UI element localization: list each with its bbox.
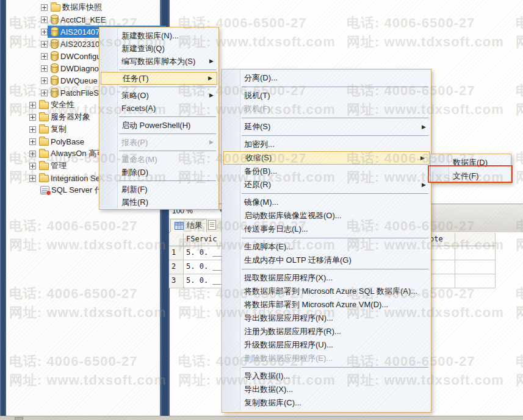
tree-item-database[interactable]: AIS2023102 bbox=[41, 38, 106, 50]
menu-item-tasks[interactable]: 任务(T)▶ bbox=[101, 72, 217, 85]
menu-item-mirror[interactable]: 镜像(M)... bbox=[223, 196, 430, 209]
expand-icon[interactable] bbox=[29, 163, 36, 169]
watermark-phone: 电话: 4006-6500-27 bbox=[516, 284, 523, 303]
menu-item-delete[interactable]: 删除(D) bbox=[100, 166, 218, 179]
expand-icon[interactable] bbox=[29, 114, 36, 121]
menu-item-rename[interactable]: 重命名(M) bbox=[100, 153, 218, 166]
tree-item-integration-services[interactable]: Integration Ser bbox=[29, 172, 104, 184]
watermark-phone: 电话: 4006-6500-27 bbox=[516, 81, 523, 100]
menu-item-generate-scripts[interactable]: 生成脚本(E)... bbox=[223, 240, 430, 254]
tree-item-replication[interactable]: 复制 bbox=[29, 123, 68, 135]
grid-column-header[interactable] bbox=[455, 233, 496, 246]
folder-icon bbox=[39, 126, 49, 133]
expand-icon[interactable] bbox=[41, 41, 48, 48]
menu-item-stretch[interactable]: 延伸(S)▶ bbox=[223, 120, 430, 133]
menu-separator bbox=[119, 151, 216, 151]
grid-cell[interactable]: 5. 0. __. bbox=[184, 246, 226, 260]
menu-item-shrink[interactable]: 收缩(S)▶ bbox=[223, 151, 430, 165]
database-icon bbox=[51, 88, 59, 98]
expand-icon[interactable] bbox=[41, 65, 48, 72]
menu-separator bbox=[242, 193, 428, 194]
expand-icon[interactable] bbox=[29, 138, 36, 145]
ssms-window: 数据库快照 AcctCtl_KEE AIS2014072 AIS2023102 … bbox=[0, 0, 523, 420]
grid-cell[interactable] bbox=[455, 274, 496, 288]
folder-icon bbox=[39, 163, 49, 170]
menu-item-detach[interactable]: 分离(D)... bbox=[223, 71, 430, 85]
menu-item-export-dac[interactable]: 导出数据层应用程序(N)... bbox=[223, 311, 430, 325]
watermark-phone: 电话: 4006-6500-27 bbox=[516, 149, 523, 168]
menu-separator bbox=[242, 367, 428, 368]
menu-item-restore[interactable]: 还原(R)▶ bbox=[223, 178, 430, 191]
expand-icon[interactable] bbox=[29, 151, 36, 157]
tree-item-polybase[interactable]: PolyBase bbox=[29, 135, 86, 148]
tree-item-server-objects[interactable]: 服务器对象 bbox=[29, 111, 92, 123]
submenu-tasks: 分离(D)... 脱机(T) 联机(F) 延伸(S)▶ 加密列... 收缩(S)… bbox=[222, 69, 431, 413]
tree-item-database[interactable]: PatchFileSer bbox=[41, 87, 107, 99]
menu-item-encrypt-columns[interactable]: 加密列... bbox=[223, 138, 430, 151]
grid-cell[interactable]: 5. 0. __. bbox=[184, 260, 226, 274]
expand-icon[interactable] bbox=[41, 53, 48, 60]
menu-item-export-data[interactable]: 导出数据(X)... bbox=[223, 383, 430, 396]
menu-item-ship-transaction-logs[interactable]: 传送事务日志(L)... bbox=[223, 222, 430, 236]
tree-item-db-snapshots[interactable]: 数据库快照 bbox=[41, 1, 104, 13]
menu-item-new-query[interactable]: 新建查询(Q) bbox=[100, 42, 218, 55]
menu-item-script-database-as[interactable]: 编写数据库脚本为(S)▶ bbox=[100, 55, 218, 68]
menu-item-launch-mirroring-monitor[interactable]: 启动数据库镜像监视器(O)... bbox=[223, 209, 430, 222]
expand-icon[interactable] bbox=[41, 16, 48, 23]
scroll-left-icon[interactable] bbox=[15, 417, 23, 420]
tree-item-database[interactable]: DWDiagnos bbox=[41, 62, 104, 74]
menu-item-take-offline[interactable]: 脱机(T) bbox=[223, 89, 430, 102]
expand-icon[interactable] bbox=[29, 102, 36, 109]
tree-item-security[interactable]: 安全性 bbox=[29, 99, 76, 111]
menu-item-bring-online[interactable]: 联机(F) bbox=[223, 102, 430, 116]
tree-item-database[interactable]: DWQueue bbox=[41, 74, 99, 87]
expand-icon[interactable] bbox=[29, 175, 36, 182]
grid-cell[interactable]: 5. 0. __. bbox=[184, 274, 226, 288]
expand-icon[interactable] bbox=[41, 90, 48, 96]
menu-separator bbox=[242, 135, 428, 136]
menu-item-extract-dac[interactable]: 提取数据层应用程序(X)... bbox=[223, 271, 430, 285]
grid-row-number[interactable]: 2 bbox=[169, 260, 184, 274]
folder-icon bbox=[39, 114, 49, 121]
grid-column-header[interactable]: FServic bbox=[184, 233, 226, 246]
watermark-url: 网址: www.tdxsoft.com bbox=[516, 371, 523, 390]
menu-item-register-dac[interactable]: 注册为数据层应用程序(R)... bbox=[223, 325, 430, 338]
sql-agent-icon bbox=[40, 186, 49, 194]
tree-item-database[interactable]: DWConfigu bbox=[41, 50, 103, 62]
menu-item-reports[interactable]: 报表(P)▶ bbox=[100, 136, 218, 149]
menu-item-backup[interactable]: 备份(B)... bbox=[223, 165, 430, 178]
database-icon bbox=[51, 39, 59, 49]
menu-item-new-database[interactable]: 新建数据库(N)... bbox=[100, 29, 218, 42]
tab-results[interactable]: 结果 bbox=[170, 219, 207, 232]
menu-item-import-data[interactable]: 导入数据(I)... bbox=[223, 369, 430, 383]
menu-item-delete-dac[interactable]: 删除数据层应用程序(E)... bbox=[223, 352, 430, 365]
menu-item-copy-database[interactable]: 复制数据库(C)... bbox=[223, 396, 430, 410]
expand-icon[interactable] bbox=[41, 29, 48, 35]
expand-icon[interactable] bbox=[29, 126, 36, 133]
menu-item-start-powershell[interactable]: 启动 PowerShell(H) bbox=[100, 119, 218, 132]
tree-item-database-selected[interactable]: AIS2014072 bbox=[41, 26, 106, 38]
grid-corner-cell[interactable] bbox=[169, 233, 184, 246]
grid-cell[interactable] bbox=[455, 260, 496, 274]
grid-cell[interactable] bbox=[455, 246, 496, 260]
menu-item-refresh[interactable]: 刷新(F) bbox=[100, 183, 218, 196]
submenu-arrow-icon: ▶ bbox=[420, 152, 425, 164]
menu-item-upgrade-dac[interactable]: 升级数据层应用程序(U)... bbox=[223, 338, 430, 352]
menu-item-deploy-to-azure-vm[interactable]: 将数据库部署到 Microsoft Azure VM(D)... bbox=[223, 298, 430, 311]
watermark-phone: 电话: 4006-6500-27 bbox=[347, 13, 505, 32]
menu-item-deploy-to-azure-sql[interactable]: 将数据库部署到 Microsoft Azure SQL 数据库(A)... bbox=[223, 285, 430, 298]
tree-item-database[interactable]: AcctCtl_KEE bbox=[41, 13, 107, 26]
menu-item-facets[interactable]: Facets(A) bbox=[100, 102, 218, 115]
submenu-arrow-icon: ▶ bbox=[422, 178, 426, 191]
tree-item-management[interactable]: 管理 bbox=[29, 160, 68, 172]
menu-item-policies[interactable]: 策略(O)▶ bbox=[100, 89, 218, 102]
grid-row-number[interactable]: 3 bbox=[169, 274, 184, 288]
grid-row-number[interactable]: 1 bbox=[169, 246, 184, 260]
expand-icon[interactable] bbox=[41, 4, 48, 11]
menu-item-properties[interactable]: 属性(R) bbox=[100, 196, 218, 208]
menu-item-generate-oltp-checklist[interactable]: 生成内存中 OLTP 迁移清单(G) bbox=[223, 254, 430, 267]
tree-item-alwayson[interactable]: AlwaysOn 高可 bbox=[29, 148, 106, 160]
status-bar bbox=[0, 416, 523, 420]
submenu-arrow-icon: ▶ bbox=[208, 73, 212, 84]
expand-icon[interactable] bbox=[41, 77, 48, 84]
